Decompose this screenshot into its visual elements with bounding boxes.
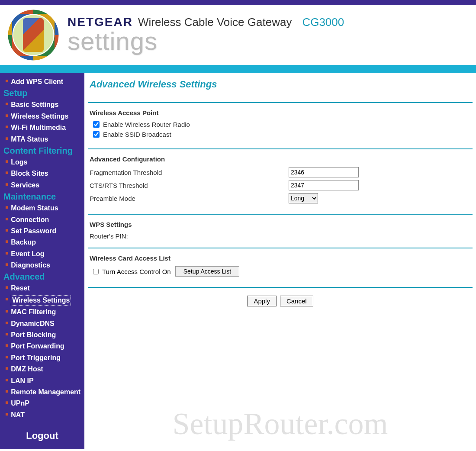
- sidebar-item-label: Diagnostics: [11, 261, 50, 270]
- sidebar-item-label: Set Password: [11, 226, 56, 236]
- settings-heading: settings: [68, 26, 344, 55]
- sidebar-item-wireless-settings[interactable]: ■Wireless Settings: [0, 111, 84, 122]
- bullet-icon: ■: [5, 410, 8, 419]
- sidebar-item-label: Wireless Settings: [11, 295, 71, 306]
- sidebar-item-modem-status[interactable]: ■Modem Status: [0, 203, 84, 214]
- sidebar-header-content-filtering: Content Filtering: [0, 145, 84, 157]
- sidebar-item-services[interactable]: ■Services: [0, 180, 84, 191]
- sidebar-item-label: Wireless Settings: [11, 112, 68, 121]
- sidebar-item-mac-filtering[interactable]: ■MAC Filtering: [0, 306, 84, 318]
- sidebar-item-label: Reset: [11, 283, 30, 293]
- cts-input[interactable]: [289, 180, 359, 190]
- bullet-icon: ■: [5, 283, 8, 292]
- header: NETGEAR Wireless Cable Voice Gateway CG3…: [0, 5, 476, 65]
- section-advanced-config: Advanced Configuration Fragmentation Thr…: [88, 148, 473, 214]
- bullet-icon: ■: [5, 249, 8, 258]
- enable-ssid-row[interactable]: Enable SSID Broadcast: [93, 131, 471, 138]
- access-control-checkbox[interactable]: [93, 269, 99, 274]
- page-title: Advanced Wireless Settings: [88, 79, 473, 90]
- sidebar-item-label: DynamicDNS: [11, 319, 54, 329]
- sidebar-item-reset[interactable]: ■Reset: [0, 283, 84, 294]
- bullet-icon: ■: [5, 238, 8, 246]
- watermark-text: SetupRouter.com: [84, 406, 476, 442]
- sidebar-item-label: Logs: [11, 158, 27, 167]
- bullet-icon: ■: [5, 77, 8, 85]
- sidebar-item-dmz-host[interactable]: ■DMZ Host: [0, 364, 84, 375]
- sidebar-item-port-blocking[interactable]: ■Port Blocking: [0, 329, 84, 341]
- sidebar-item-logs[interactable]: ■Logs: [0, 157, 84, 168]
- logout-link[interactable]: Logout: [0, 430, 84, 441]
- bullet-icon: ■: [5, 307, 8, 316]
- fragmentation-row: Fragmentation Threshold: [90, 167, 471, 177]
- sidebar-item-label: Services: [11, 180, 39, 190]
- sidebar-item-port-forwarding[interactable]: ■Port Forwarding: [0, 341, 84, 352]
- section-wireless-access-point: Wireless Access Point Enable Wireless Ro…: [88, 102, 473, 148]
- sidebar-item-connection[interactable]: ■Connection: [0, 214, 84, 226]
- router-pin-label: Router's PIN:: [90, 232, 471, 240]
- bullet-icon: ■: [5, 158, 8, 166]
- layout: ■Add WPS ClientSetup■Basic Settings■Wire…: [0, 73, 476, 449]
- enable-radio-checkbox[interactable]: [93, 121, 100, 128]
- preamble-row: Preamble Mode Long: [90, 193, 471, 203]
- sidebar-item-add-wps-client[interactable]: ■Add WPS Client: [0, 76, 84, 87]
- bullet-icon: ■: [5, 112, 8, 120]
- sidebar-item-label: MTA Status: [11, 135, 48, 144]
- preamble-label: Preamble Mode: [90, 195, 289, 202]
- sidebar-item-event-log[interactable]: ■Event Log: [0, 248, 84, 260]
- bullet-icon: ■: [5, 123, 8, 131]
- sidebar-item-diagnostics[interactable]: ■Diagnostics: [0, 260, 84, 271]
- sidebar-item-mta-status[interactable]: ■MTA Status: [0, 134, 84, 145]
- sidebar-header-maintenance: Maintenance: [0, 191, 84, 203]
- bullet-icon: ■: [5, 330, 8, 338]
- bullet-icon: ■: [5, 261, 8, 269]
- sidebar-item-label: Block Sites: [11, 169, 48, 178]
- bullet-icon: ■: [5, 364, 8, 373]
- sidebar-item-backup[interactable]: ■Backup: [0, 237, 84, 248]
- header-text: NETGEAR Wireless Cable Voice Gateway CG3…: [68, 15, 344, 55]
- cts-row: CTS/RTS Threshold: [90, 180, 471, 190]
- sidebar-item-block-sites[interactable]: ■Block Sites: [0, 168, 84, 179]
- preamble-select[interactable]: Long: [289, 193, 318, 203]
- sidebar-item-port-triggering[interactable]: ■Port Triggering: [0, 352, 84, 364]
- setup-access-list-button[interactable]: Setup Access List: [175, 266, 240, 277]
- cancel-button[interactable]: Cancel: [280, 296, 313, 306]
- fragmentation-input[interactable]: [289, 167, 359, 177]
- sidebar-item-label: MAC Filtering: [11, 307, 56, 317]
- bullet-icon: ■: [5, 100, 8, 108]
- sidebar-item-wi-fi-multimedia[interactable]: ■Wi-Fi Multimedia: [0, 122, 84, 133]
- bullet-icon: ■: [5, 319, 8, 327]
- sidebar-item-label: Backup: [11, 238, 36, 247]
- sidebar-item-label: Connection: [11, 215, 49, 225]
- sidebar-item-remote-management[interactable]: ■Remote Management: [0, 387, 84, 398]
- section-heading: Wireless Access Point: [90, 109, 471, 116]
- sidebar-item-set-password[interactable]: ■Set Password: [0, 226, 84, 237]
- sidebar-item-label: Remote Management: [11, 387, 80, 397]
- bullet-icon: ■: [5, 169, 8, 177]
- apply-button[interactable]: Apply: [247, 296, 277, 306]
- sidebar-item-label: Modem Status: [11, 203, 58, 213]
- sidebar-item-label: Port Blocking: [11, 330, 56, 340]
- section-heading: WPS Settings: [90, 221, 471, 228]
- sidebar-item-label: Port Forwarding: [11, 341, 64, 351]
- bullet-icon: ■: [5, 341, 8, 350]
- enable-radio-row[interactable]: Enable Wireless Router Radio: [93, 121, 471, 128]
- sidebar-item-label: NAT: [11, 410, 25, 420]
- bullet-icon: ■: [5, 387, 8, 396]
- sidebar-item-wireless-settings[interactable]: ■Wireless Settings: [0, 294, 84, 306]
- top-bar: [0, 0, 476, 5]
- enable-ssid-checkbox[interactable]: [93, 131, 100, 138]
- logo-icon: [8, 10, 59, 61]
- sidebar-item-nat[interactable]: ■NAT: [0, 409, 84, 421]
- access-control-label: Turn Access Control On: [102, 268, 171, 275]
- sidebar-item-basic-settings[interactable]: ■Basic Settings: [0, 99, 84, 110]
- section-access-list: Wireless Card Access List Turn Access Co…: [88, 248, 473, 287]
- enable-radio-label: Enable Wireless Router Radio: [103, 121, 190, 128]
- sidebar-item-dynamicdns[interactable]: ■DynamicDNS: [0, 318, 84, 329]
- bullet-icon: ■: [5, 226, 8, 235]
- sidebar-item-lan-ip[interactable]: ■LAN IP: [0, 375, 84, 387]
- sidebar-header-setup: Setup: [0, 87, 84, 99]
- content: Advanced Wireless Settings Wireless Acce…: [84, 73, 476, 449]
- sidebar: ■Add WPS ClientSetup■Basic Settings■Wire…: [0, 73, 84, 449]
- section-wps: WPS Settings Router's PIN:: [88, 214, 473, 248]
- sidebar-item-upnp[interactable]: ■UPnP: [0, 398, 84, 409]
